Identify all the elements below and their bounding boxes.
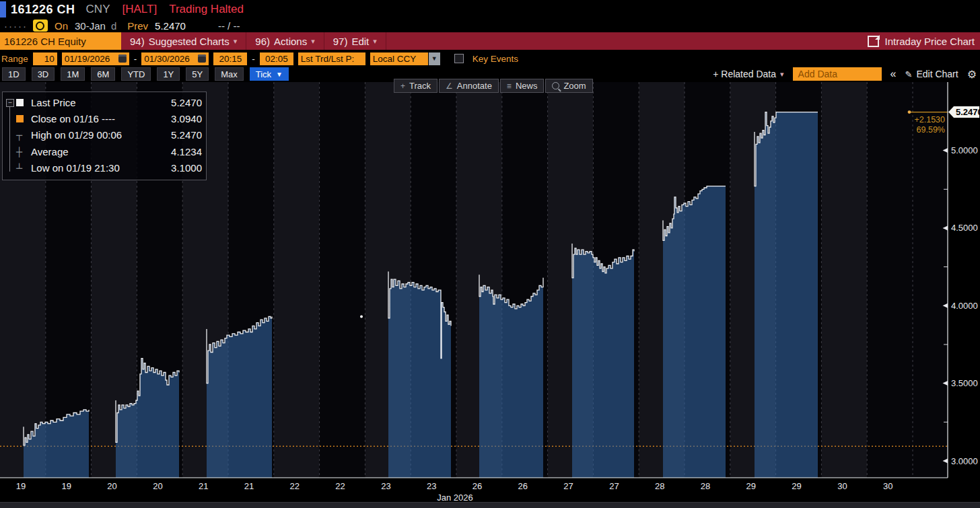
menu-key: 97) xyxy=(333,36,348,47)
legend-row-low[interactable]: ┴ Low on 01/19 21:30 3.1000 xyxy=(5,160,202,176)
frequency-flag: d xyxy=(111,20,116,32)
close-swatch xyxy=(16,115,28,122)
tab-tick-label: Tick xyxy=(256,69,271,79)
session-area-28 xyxy=(663,186,726,478)
tab-3d[interactable]: 3D xyxy=(32,67,55,81)
price-mode-select[interactable]: Lst Trd/Lst P: xyxy=(298,52,365,65)
chevron-down-icon: ▾ xyxy=(311,37,315,46)
legend-label: Last Price xyxy=(31,97,160,108)
zoom-button[interactable]: Zoom xyxy=(545,79,592,93)
chart-text: 30 xyxy=(883,481,893,491)
chevron-down-icon: ▾ xyxy=(234,37,238,46)
legend-label: High on 01/29 00:06 xyxy=(31,129,160,141)
legend-label: Average xyxy=(31,146,160,157)
chart-text: 20 xyxy=(153,481,162,491)
chevron-down-icon: ▼ xyxy=(276,71,283,78)
last-price-dot xyxy=(908,110,911,114)
range-dash: - xyxy=(134,54,137,64)
chart-text: 19 xyxy=(62,481,71,491)
gear-icon[interactable]: ⚙ xyxy=(967,68,977,81)
legend-value: 3.0940 xyxy=(160,113,202,124)
currency-select[interactable]: Local CCY xyxy=(370,52,428,65)
tab-1d[interactable]: 1D xyxy=(2,67,26,81)
legend-label: Low on 01/19 21:30 xyxy=(31,162,160,174)
chart-text: 22 xyxy=(335,481,345,491)
chevron-down-icon: ▾ xyxy=(780,70,784,79)
menu-key: 94) xyxy=(130,36,145,47)
menu-key: 96) xyxy=(255,36,270,47)
leader-dots: ····· xyxy=(4,20,28,32)
session-band xyxy=(821,82,867,478)
menu-actions[interactable]: 96) Actions ▾ xyxy=(246,32,324,50)
news-button[interactable]: ≡ News xyxy=(500,79,545,93)
chart-text: 29 xyxy=(792,481,801,491)
date-to-value: 01/30/2026 xyxy=(144,54,190,64)
chart-text: 27 xyxy=(609,481,619,491)
legend-value: 4.1234 xyxy=(160,146,202,157)
calendar-icon[interactable] xyxy=(198,55,206,63)
command-cursor xyxy=(0,1,6,17)
chevron-down-icon: ▾ xyxy=(373,37,377,46)
legend-row-close[interactable]: Close on 01/16 ---- 3.0940 xyxy=(5,110,202,126)
export-icon[interactable] xyxy=(868,36,879,47)
key-events-label: Key Events xyxy=(473,54,518,64)
range-days-input[interactable]: 10 xyxy=(33,52,57,65)
menu-edit[interactable]: 97) Edit ▾ xyxy=(324,32,386,50)
add-data-input[interactable]: Add Data xyxy=(793,67,882,81)
chevron-down-icon[interactable]: ▼ xyxy=(429,52,440,65)
average-marker-icon: ┼ xyxy=(16,147,28,157)
chart-text: 23 xyxy=(381,481,390,491)
terminal-window: 161226 CH CNY [HALT] Trading Halted ····… xyxy=(0,0,980,508)
chart-text: 28 xyxy=(655,481,664,491)
date-from-input[interactable]: 01/19/2026 xyxy=(62,52,129,65)
chart-text: Jan 2026 xyxy=(437,493,473,503)
range-label: Range xyxy=(1,54,28,64)
annotate-button[interactable]: ∠ Annotate xyxy=(439,79,499,93)
session-band xyxy=(867,82,913,478)
edit-chart-label: Edit Chart xyxy=(916,69,958,79)
tab-1m[interactable]: 1M xyxy=(61,67,85,81)
legend-row-last-price[interactable]: Last Price 5.2470 xyxy=(5,94,202,110)
date-from-value: 01/19/2026 xyxy=(65,54,110,64)
halt-tag: [HALT] xyxy=(122,3,157,16)
high-marker-icon: ┬ xyxy=(16,130,28,140)
tab-tick-active[interactable]: Tick ▼ xyxy=(250,67,289,81)
date-to-input[interactable]: 01/30/2026 xyxy=(141,52,209,65)
legend-row-average[interactable]: ┼ Average 4.1234 xyxy=(5,143,202,159)
chart-text: 5.0000 xyxy=(951,145,978,155)
menu-label: Actions xyxy=(274,36,307,47)
function-toolbar: 161226 CH Equity 94) Suggested Charts ▾ … xyxy=(0,32,980,50)
security-box[interactable]: 161226 CH Equity xyxy=(0,32,121,50)
chart-text: 29 xyxy=(746,481,756,491)
tab-5y[interactable]: 5Y xyxy=(186,67,209,81)
edit-chart-button[interactable]: ✎ Edit Chart xyxy=(905,69,958,79)
legend-row-high[interactable]: ┬ High on 01/29 00:06 5.2470 xyxy=(5,127,202,143)
time-from-input[interactable]: 20:15 xyxy=(213,52,247,65)
session-band xyxy=(913,82,948,478)
currency-code: CNY xyxy=(86,3,110,16)
key-events-checkbox[interactable] xyxy=(454,54,464,63)
calendar-icon[interactable] xyxy=(118,55,127,63)
collapse-panel-button[interactable]: « xyxy=(890,68,897,80)
range-dash: - xyxy=(252,54,255,64)
lone-trade-dot xyxy=(360,315,363,318)
session-area-27 xyxy=(572,244,634,478)
menu-suggested-charts[interactable]: 94) Suggested Charts ▾ xyxy=(121,32,246,50)
low-marker-icon: ┴ xyxy=(16,163,28,173)
tab-6m[interactable]: 6M xyxy=(91,67,115,81)
tab-ytd[interactable]: YTD xyxy=(121,67,151,81)
track-button[interactable]: + Track xyxy=(394,79,438,93)
related-data-label: + Related Data xyxy=(713,69,776,79)
page-title: Intraday Price Chart xyxy=(885,36,975,47)
time-to-input[interactable]: 02:05 xyxy=(260,52,293,65)
chart-text: 3.0000 xyxy=(951,456,978,466)
legend-value: 5.2470 xyxy=(160,97,202,108)
zoom-label: Zoom xyxy=(563,81,586,91)
panel-divider-strip xyxy=(0,502,980,508)
legend-expander[interactable]: – xyxy=(6,99,14,107)
tab-1y[interactable]: 1Y xyxy=(157,67,180,81)
tab-max[interactable]: Max xyxy=(215,67,244,81)
chart-text: 26 xyxy=(518,481,528,491)
quote-subheader: ····· On 30-Jan d Prev 5.2470 -- / -- xyxy=(0,19,980,32)
related-data-button[interactable]: + Related Data ▾ xyxy=(713,69,783,79)
